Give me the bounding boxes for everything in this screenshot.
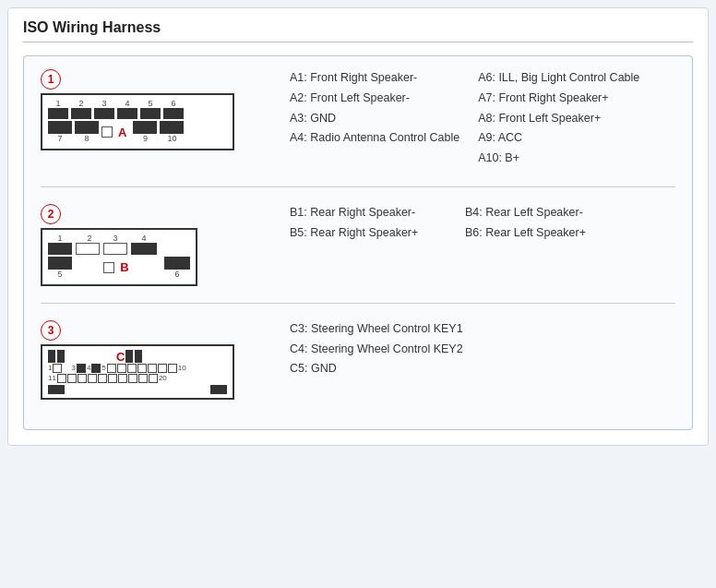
connector-desc-a: A1: Front Right Speaker- A2: Front Left … [290,69,675,170]
desc-a6: A6: ILL, Big Light Control Cable [478,69,639,87]
desc-a8: A8: Front Left Speaker+ [478,110,639,127]
connector-diagram-b: 1 2 3 4 5 B [41,228,197,286]
circle-num-3: 3 [41,320,61,341]
circle-num-2: 2 [41,204,61,224]
desc-a10: A10: B+ [478,150,639,167]
label-a: A [118,126,126,139]
desc-col-c-left: C3: Steering Wheel Control KEY1 C4: Stee… [290,320,463,380]
connector-diagram-c: C 1 3 4 5 [41,344,234,400]
desc-c3: C3: Steering Wheel Control KEY1 [290,320,463,338]
inner-box: 1 1 2 3 4 5 6 [23,55,693,430]
label-c: C [116,350,125,364]
connector-section-a: 1 1 2 3 4 5 6 [41,69,675,187]
connector-section-c: 3 C [41,320,675,416]
desc-a4: A4: Radio Antenna Control Cable [290,129,459,147]
connector-desc-c: C3: Steering Wheel Control KEY1 C4: Stee… [290,320,675,380]
desc-a3: A3: GND [290,110,459,127]
desc-b5: B5: Rear Right Speaker+ [290,224,447,242]
desc-c5: C5: GND [290,360,463,378]
connector-left-a: 1 1 2 3 4 5 6 [41,69,262,150]
desc-a2: A2: Front Left Speaker- [290,90,459,107]
desc-b6: B6: Rear Left Speaker+ [465,224,622,242]
desc-a7: A7: Front Right Speaker+ [478,90,639,107]
desc-c4: C4: Steering Wheel Control KEY2 [290,341,463,358]
connector-section-b: 2 1 2 3 4 5 [41,204,675,304]
connector-left-c: 3 C [41,320,262,400]
desc-col-a-right: A6: ILL, Big Light Control Cable A7: Fro… [478,69,639,170]
desc-col-a-left: A1: Front Right Speaker- A2: Front Left … [290,69,459,170]
desc-b1: B1: Rear Right Speaker- [290,204,447,222]
page-container: ISO Wiring Harness 1 1 2 3 4 5 6 [7,7,709,446]
label-b: B [120,260,128,274]
desc-a9: A9: ACC [478,129,639,147]
circle-num-1: 1 [41,69,61,90]
desc-col-b-left: B1: Rear Right Speaker- B5: Rear Right S… [290,204,447,245]
desc-b4: B4: Rear Left Speaker- [465,204,622,222]
desc-col-b-right: B4: Rear Left Speaker- B6: Rear Left Spe… [465,204,622,245]
desc-a1: A1: Front Right Speaker- [290,69,459,87]
connector-desc-b: B1: Rear Right Speaker- B5: Rear Right S… [290,204,675,245]
connector-diagram-a: 1 2 3 4 5 6 7 [41,93,234,150]
connector-left-b: 2 1 2 3 4 5 [41,204,262,286]
page-title: ISO Wiring Harness [23,19,693,42]
